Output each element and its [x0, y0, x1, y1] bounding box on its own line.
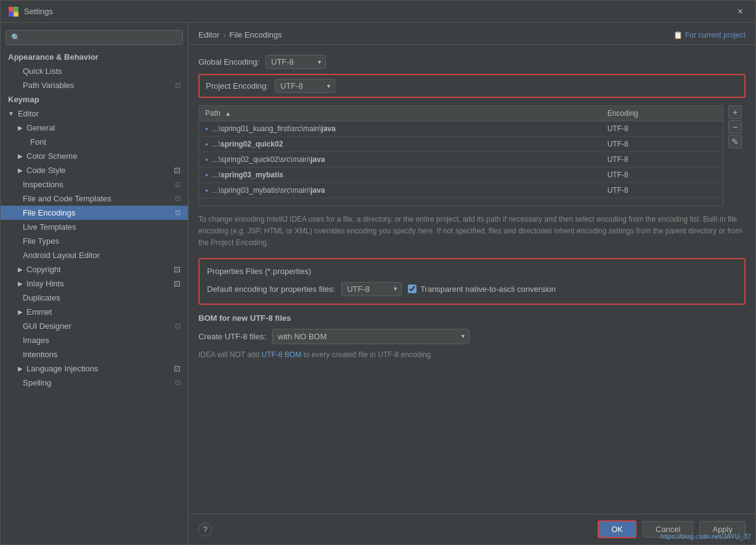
sidebar-item-images[interactable]: Images	[1, 333, 188, 347]
search-input[interactable]	[6, 30, 183, 45]
path-cell: ▪ ...\spring03_mybatis\src\main\java	[199, 183, 601, 198]
encoding-cell: UTF-8	[601, 168, 723, 183]
path-table: Path ▲ Encoding	[199, 106, 723, 198]
title-bar: Settings ×	[1, 1, 755, 23]
global-encoding-row: Global Encoding: UTF-8 ISO-8859-1	[198, 55, 746, 69]
table-row[interactable]: ▪ ...\spring01_kuang_first\src\main\java…	[199, 121, 723, 137]
table-row[interactable]: ▪ ...\spring02_quick02 UTF-8	[199, 137, 723, 152]
copy-icon-spelling: ⊡	[175, 379, 181, 387]
watermark: https://blog.csdn.net/JAYU_37	[660, 533, 751, 540]
breadcrumb-file-encodings: File Encodings	[229, 30, 282, 39]
copy-icon-inlay-hints: ⊡	[174, 279, 181, 288]
sidebar-item-inspections[interactable]: Inspections ⊡	[1, 177, 188, 192]
bom-section: BOM for new UTF-8 files Create UTF-8 fil…	[198, 313, 746, 359]
expand-triangle-code-style: ▶	[18, 167, 23, 174]
sidebar-item-quick-lists[interactable]: Quick Lists	[1, 64, 188, 78]
close-button[interactable]: ×	[733, 4, 748, 20]
sort-arrow: ▲	[225, 110, 231, 117]
bom-create-select-wrapper: with NO BOM with BOM	[272, 329, 469, 344]
sidebar: Appearance & Behavior Quick Lists Path V…	[1, 23, 189, 544]
main-content: Editor › File Encodings 📋 For current pr…	[189, 23, 755, 544]
encoding-cell: UTF-8	[601, 183, 723, 198]
properties-encoding-select-wrapper: UTF-8 ISO-8859-1	[341, 282, 402, 296]
properties-encoding-select[interactable]: UTF-8 ISO-8859-1	[341, 282, 402, 296]
sidebar-item-path-variables[interactable]: Path Variables ⊡	[1, 78, 188, 92]
copy-icon-copyright: ⊡	[174, 265, 181, 274]
sidebar-item-duplicates[interactable]: Duplicates	[1, 291, 188, 305]
svg-rect-2	[9, 12, 14, 17]
path-cell: ▪ ...\spring02_quick02\src\main\java	[199, 152, 601, 168]
path-cell: ▪ ...\spring03_mybatis	[199, 168, 601, 183]
folder-icon: ▪	[205, 124, 208, 133]
ok-button[interactable]: OK	[598, 520, 636, 538]
svg-rect-0	[9, 7, 14, 12]
settings-window: Settings × Appearance & Behavior Quick L…	[0, 0, 756, 545]
sidebar-item-file-code-templates[interactable]: File and Code Templates ⊡	[1, 192, 188, 206]
sidebar-item-editor[interactable]: ▼ Editor	[1, 107, 188, 121]
bom-note: IDEA will NOT add UTF-8 BOM to every cre…	[198, 350, 746, 359]
copy-icon: ⊡	[175, 81, 181, 89]
app-icon	[8, 6, 19, 17]
sidebar-item-emmet[interactable]: ▶ Emmet	[1, 305, 188, 319]
sidebar-item-font[interactable]: Font	[1, 135, 188, 149]
for-current-project-action[interactable]: 📋 For current project	[673, 31, 746, 39]
bom-create-label: Create UTF-8 files:	[198, 332, 266, 341]
sidebar-item-android-layout-editor[interactable]: Android Layout Editor	[1, 248, 188, 262]
folder-icon: ▪	[205, 186, 208, 195]
project-icon: 📋	[673, 31, 683, 39]
sidebar-item-inlay-hints[interactable]: ▶ Inlay Hints ⊡	[1, 277, 188, 291]
expand-triangle-color-scheme: ▶	[18, 153, 23, 159]
copy-icon-language-injections: ⊡	[174, 364, 181, 373]
copy-icon-gui-designer: ⊡	[175, 322, 181, 330]
table-row[interactable]: ▪ ...\spring03_mybatis UTF-8	[199, 168, 723, 183]
table-row[interactable]: ▪ ...\spring03_mybatis\src\main\java UTF…	[199, 183, 723, 198]
bom-create-select[interactable]: with NO BOM with BOM	[272, 329, 469, 344]
project-encoding-select[interactable]: UTF-8 ISO-8859-1	[275, 79, 335, 93]
sidebar-item-live-templates[interactable]: Live Templates	[1, 220, 188, 234]
path-column-header: Path ▲	[199, 106, 601, 121]
properties-section: Properties Files (*.properties) Default …	[198, 258, 746, 305]
sidebar-item-color-scheme[interactable]: ▶ Color Scheme	[1, 149, 188, 163]
sidebar-item-file-types[interactable]: File Types	[1, 234, 188, 248]
sidebar-item-file-encodings[interactable]: File Encodings ⊡	[1, 206, 188, 220]
sidebar-item-keymap[interactable]: Keymap	[1, 92, 188, 107]
table-row[interactable]: ▪ ...\spring02_quick02\src\main\java UTF…	[199, 152, 723, 168]
native-to-ascii-checkbox[interactable]	[408, 285, 417, 293]
native-to-ascii-checkbox-wrapper: Transparent native-to-ascii conversion	[408, 285, 556, 294]
add-path-button[interactable]: +	[728, 105, 742, 119]
sidebar-item-copyright[interactable]: ▶ Copyright ⊡	[1, 262, 188, 277]
edit-path-button[interactable]: ✎	[728, 135, 742, 148]
remove-path-button[interactable]: −	[728, 120, 742, 134]
help-button[interactable]: ?	[198, 523, 212, 536]
encoding-cell: UTF-8	[601, 121, 723, 137]
project-encoding-label: Project Encoding:	[206, 81, 269, 91]
window-title: Settings	[24, 7, 733, 16]
sidebar-item-appearance-behavior[interactable]: Appearance & Behavior	[1, 50, 188, 64]
footer-left: ?	[198, 523, 212, 536]
sidebar-item-gui-designer[interactable]: GUI Designer ⊡	[1, 319, 188, 333]
expand-triangle-copyright: ▶	[18, 266, 23, 273]
sidebar-item-code-style[interactable]: ▶ Code Style ⊡	[1, 163, 188, 177]
encoding-cell: UTF-8	[601, 152, 723, 168]
bom-section-title: BOM for new UTF-8 files	[198, 313, 746, 323]
global-encoding-select[interactable]: UTF-8 ISO-8859-1	[266, 55, 326, 69]
properties-row: Default encoding for properties files: U…	[207, 282, 737, 296]
global-encoding-select-wrapper: UTF-8 ISO-8859-1	[266, 55, 326, 69]
properties-encoding-label: Default encoding for properties files:	[207, 285, 335, 294]
expand-triangle-inlay-hints: ▶	[18, 280, 23, 287]
copy-icon-file-encodings: ⊡	[175, 209, 181, 217]
table-wrapper: Path ▲ Encoding	[198, 105, 723, 206]
bom-create-row: Create UTF-8 files: with NO BOM with BOM	[198, 329, 746, 344]
sidebar-item-intentions[interactable]: Intentions	[1, 347, 188, 361]
sidebar-item-spelling[interactable]: Spelling ⊡	[1, 376, 188, 390]
path-cell: ▪ ...\spring01_kuang_first\src\main\java	[199, 121, 601, 137]
sidebar-item-language-injections[interactable]: ▶ Language Injections ⊡	[1, 361, 188, 376]
svg-rect-1	[14, 7, 18, 12]
folder-icon: ▪	[205, 155, 208, 164]
breadcrumb-separator: ›	[223, 30, 226, 39]
sidebar-item-general[interactable]: ▶ General	[1, 121, 188, 135]
copy-icon-inspections: ⊡	[175, 180, 181, 188]
copy-icon-file-code-templates: ⊡	[175, 195, 181, 203]
expand-triangle-editor: ▼	[8, 110, 14, 117]
encoding-column-header: Encoding	[601, 106, 723, 121]
